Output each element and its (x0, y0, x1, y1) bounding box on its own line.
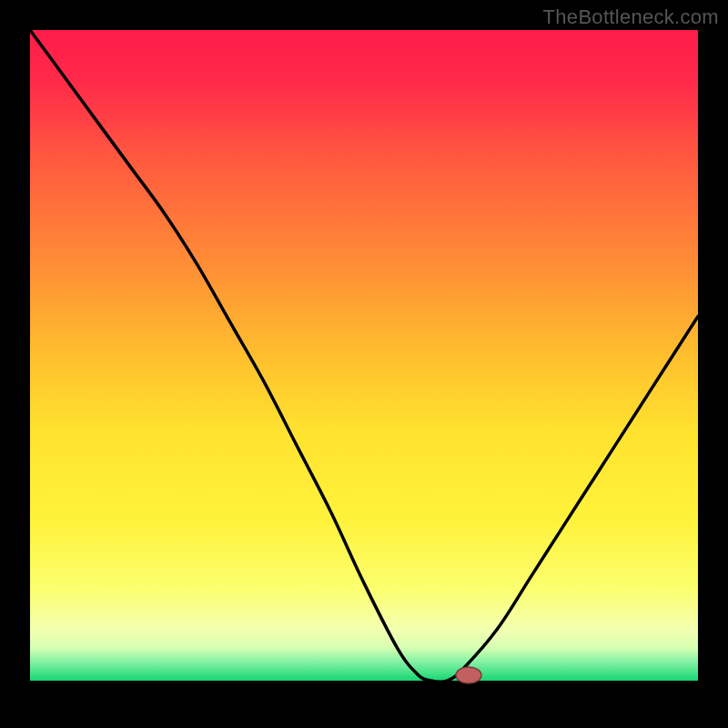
highlight-marker (456, 667, 481, 683)
chart-canvas: TheBottleneck.com (0, 0, 728, 728)
watermark-label: TheBottleneck.com (543, 5, 719, 29)
chart-svg (0, 0, 728, 728)
